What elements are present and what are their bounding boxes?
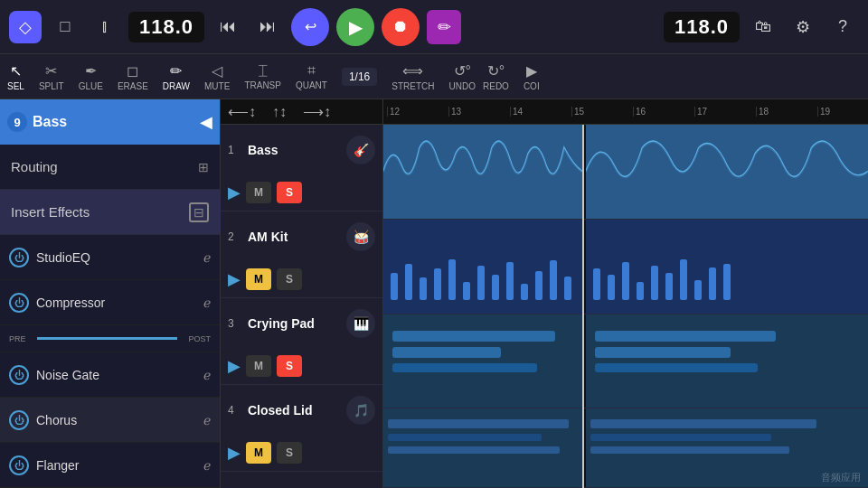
tool-draw[interactable]: ✏ DRAW bbox=[163, 62, 190, 91]
ruler-16: 16 bbox=[633, 107, 694, 117]
track-control-lid: 4 Closed Lid 🎵 ▶ M S bbox=[221, 385, 382, 472]
kit-seg-1 bbox=[383, 220, 582, 314]
track-bottom-kit: ▶ M S bbox=[221, 261, 382, 297]
help-button[interactable]: ? bbox=[826, 11, 859, 43]
kit-seg-2 bbox=[586, 220, 868, 314]
app-logo[interactable]: ◇ bbox=[9, 11, 42, 43]
effect-chorus[interactable]: ⏻ Chorus ℯ bbox=[0, 398, 220, 443]
power-btn-flanger[interactable]: ⏻ bbox=[9, 455, 29, 475]
track-top-pad: 3 Crying Pad 🎹 bbox=[221, 298, 382, 348]
track-play-kit[interactable]: ▶ bbox=[228, 269, 241, 289]
track-name-bass: Bass bbox=[248, 143, 341, 157]
effects-list: ⏻ StudioEQ ℯ ⏻ Compressor ℯ PRE POST ⏻ N… bbox=[0, 235, 220, 488]
power-btn-studioeq[interactable]: ⏻ bbox=[9, 248, 29, 267]
bpm-value[interactable]: 118.0 bbox=[664, 12, 740, 42]
waveform-row-bass[interactable] bbox=[383, 125, 868, 220]
track-play-lid[interactable]: ▶ bbox=[228, 443, 241, 463]
track-name-lid: Closed Lid bbox=[248, 403, 341, 418]
waveform-area[interactable]: 12 13 14 15 16 17 18 19 bbox=[383, 99, 868, 488]
mute-btn-pad[interactable]: M bbox=[246, 355, 271, 377]
bypass-noisegate[interactable]: ℯ bbox=[203, 368, 211, 382]
mixer-button[interactable]: ⫿ bbox=[89, 11, 121, 43]
track-name-pad: Crying Pad bbox=[248, 316, 341, 331]
fast-forward-button[interactable]: ⏭ bbox=[251, 11, 284, 43]
track-header: 9 Bass ◀ bbox=[0, 99, 220, 145]
tool-erase[interactable]: ◻ ERASE bbox=[118, 62, 148, 91]
right-area: ⟵↕ ↑↕ ⟶↕ 1 Bass 🎸 ▶ M S bbox=[221, 99, 868, 488]
record-button[interactable]: ⏺ bbox=[382, 8, 420, 46]
rewind-button[interactable]: ⏮ bbox=[212, 11, 244, 43]
effect-compressor[interactable]: ⏻ Compressor ℯ bbox=[0, 280, 220, 325]
flanger-label: Flanger bbox=[36, 458, 196, 473]
track-num-2: 2 bbox=[228, 230, 242, 243]
tool-stretch[interactable]: ⟺ STRETCH bbox=[392, 62, 434, 91]
power-btn-noisegate[interactable]: ⏻ bbox=[9, 365, 29, 385]
routing-label: Routing bbox=[11, 159, 58, 174]
waveform-row-pad[interactable] bbox=[383, 314, 868, 409]
effect-noisegate[interactable]: ⏻ Noise Gate ℯ bbox=[0, 352, 220, 398]
mute-btn-bass[interactable]: M bbox=[246, 182, 271, 203]
bypass-studioeq[interactable]: ℯ bbox=[203, 250, 211, 265]
solo-btn-bass[interactable]: S bbox=[277, 182, 302, 203]
tool-undo[interactable]: ↺° UNDO bbox=[449, 62, 476, 91]
track-play-pad[interactable]: ▶ bbox=[228, 356, 241, 376]
track-bottom-lid: ▶ M S bbox=[221, 435, 382, 471]
track-collapse-arrow[interactable]: ◀ bbox=[200, 112, 212, 132]
tab-insert-effects[interactable]: Insert Effects ⊟ bbox=[0, 190, 220, 235]
power-btn-chorus[interactable]: ⏻ bbox=[9, 410, 29, 430]
tool-transp[interactable]: ⌶ TRANSP bbox=[244, 62, 281, 90]
bypass-chorus[interactable]: ℯ bbox=[203, 413, 211, 427]
tool-quant[interactable]: ⌗ QUANT bbox=[296, 62, 327, 90]
expand-right-btn[interactable]: ⟶↕ bbox=[303, 103, 331, 120]
bypass-flanger[interactable]: ℯ bbox=[203, 458, 211, 473]
watermark: 音频应用 bbox=[821, 471, 861, 484]
play-button[interactable]: ▶ bbox=[336, 8, 374, 46]
second-toolbar: ↖ SEL ✂ SPLIT ✒ GLUE ◻ ERASE ✏ DRAW ◁ MU… bbox=[0, 54, 868, 99]
pencil-button[interactable]: ✏ bbox=[427, 10, 461, 44]
chorus-label: Chorus bbox=[36, 413, 196, 427]
tool-mute[interactable]: ◁ MUTE bbox=[204, 62, 230, 91]
studioeq-label: StudioEQ bbox=[36, 250, 196, 265]
solo-btn-lid[interactable]: S bbox=[277, 442, 302, 464]
settings-button[interactable]: ⚙ bbox=[787, 11, 819, 43]
bypass-compressor[interactable]: ℯ bbox=[203, 296, 211, 310]
tool-split[interactable]: ✂ SPLIT bbox=[39, 62, 64, 91]
shop-button[interactable]: 🛍 bbox=[747, 11, 779, 43]
track-control-bass: 1 Bass 🎸 ▶ M S bbox=[221, 125, 382, 211]
solo-btn-kit[interactable]: S bbox=[277, 268, 302, 290]
stop-button[interactable]: □ bbox=[49, 11, 81, 43]
routing-icon: ⊞ bbox=[198, 160, 209, 174]
track-top-bass: 1 Bass 🎸 bbox=[221, 125, 382, 174]
effect-flanger[interactable]: ⏻ Flanger ℯ bbox=[0, 443, 220, 488]
ruler-12: 12 bbox=[387, 107, 448, 117]
track-bottom-pad: ▶ M S bbox=[221, 348, 382, 384]
solo-btn-pad[interactable]: S bbox=[277, 355, 302, 377]
expand-left-btn[interactable]: ⟵↕ bbox=[228, 103, 256, 120]
pre-post-bar: PRE POST bbox=[0, 325, 220, 352]
mute-btn-kit[interactable]: M bbox=[246, 268, 271, 290]
bpm-display[interactable]: 118.0 bbox=[128, 12, 204, 42]
track-controls-col: ⟵↕ ↑↕ ⟶↕ 1 Bass 🎸 ▶ M S bbox=[221, 99, 383, 488]
mute-btn-lid[interactable]: M bbox=[246, 442, 271, 464]
quant-value[interactable]: 1/16 bbox=[342, 68, 377, 86]
track-name-kit: AM Kit bbox=[248, 230, 341, 244]
track-num-4: 4 bbox=[228, 404, 242, 417]
tool-coi[interactable]: ▶ COI bbox=[524, 62, 540, 91]
effect-studioeq[interactable]: ⏻ StudioEQ ℯ bbox=[0, 235, 220, 280]
ruler-19: 19 bbox=[817, 107, 868, 117]
track-num-1: 1 bbox=[228, 144, 242, 156]
tracks-with-controls: ⟵↕ ↑↕ ⟶↕ 1 Bass 🎸 ▶ M S bbox=[221, 99, 868, 488]
waveform-row-lid[interactable] bbox=[383, 408, 868, 488]
tool-redo[interactable]: ↻° REDO bbox=[483, 62, 509, 91]
tab-routing[interactable]: Routing ⊞ bbox=[0, 145, 220, 190]
ruler-14: 14 bbox=[510, 107, 571, 117]
track-play-bass[interactable]: ▶ bbox=[228, 183, 241, 202]
compressor-label: Compressor bbox=[36, 296, 196, 310]
expand-up-btn[interactable]: ↑↕ bbox=[272, 104, 287, 120]
track-top-kit: 2 AM Kit 🥁 bbox=[221, 211, 382, 261]
tool-glue[interactable]: ✒ GLUE bbox=[79, 62, 103, 91]
loop-button[interactable]: ↩ bbox=[291, 8, 329, 46]
tool-sel[interactable]: ↖ SEL bbox=[7, 62, 24, 91]
waveform-row-kit[interactable] bbox=[383, 220, 868, 314]
power-btn-compressor[interactable]: ⏻ bbox=[9, 293, 29, 313]
